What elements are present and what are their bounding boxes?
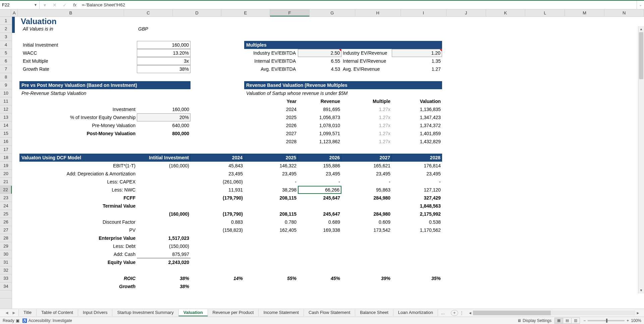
cell[interactable]: Internal EV/Revenue [341,57,392,65]
cell[interactable]: Multiple [341,97,392,105]
cell[interactable]: 1.20 [392,49,442,57]
accessibility-icon[interactable]: ♿ [22,318,27,323]
horizontal-scrollbar[interactable]: ◄ ► [468,311,641,315]
cell[interactable]: 891,695 [298,105,341,113]
cell[interactable]: (158,823) [191,226,244,234]
row-header-6[interactable]: 6 [0,57,12,65]
cell[interactable]: Multiples [244,41,442,49]
cell[interactable]: 13.20% [137,49,191,57]
cell[interactable]: 800,000 [137,129,191,138]
cell[interactable]: Pre-Revenue Startup Valuation [19,89,191,97]
cell[interactable]: 1,848,563 [392,202,442,210]
view-page-layout-button[interactable]: ▤ [563,318,572,324]
formula-dropdown-icon[interactable]: ▾ [40,2,50,8]
cell[interactable]: 2.50 [298,49,341,57]
cell[interactable]: Pre-Money Valuation [19,121,137,129]
row-header-15[interactable]: 15 [0,129,12,138]
cell[interactable]: 1,401,859 [392,129,442,138]
cell[interactable]: 66,266 [298,186,341,194]
row-header-27[interactable]: 27 [0,226,12,234]
cell[interactable]: 23,495 [244,170,298,178]
cell[interactable]: 1,517,023 [137,234,191,242]
cell[interactable]: 35% [392,274,442,282]
cell[interactable]: - [392,178,442,186]
cell[interactable]: Avg. EV/EBITDA [244,65,298,73]
cell[interactable] [12,17,15,33]
cell[interactable]: (150,000) [137,242,191,250]
cell[interactable]: Enterprise Value [19,234,137,242]
cell[interactable]: - [244,178,298,186]
column-header-J[interactable]: J [446,9,486,16]
cell[interactable]: Initial Investment [19,41,137,49]
tabs-overflow[interactable]: ... [438,310,448,315]
cell[interactable]: - [341,178,392,186]
cell[interactable]: 6.55 [298,57,341,65]
row-header-21[interactable]: 21 [0,178,12,186]
name-box[interactable]: F22 ▼ [0,1,40,9]
cell[interactable]: Valuation of Sartup whose revenue is und… [244,89,442,97]
cell[interactable]: 20% [137,113,191,121]
scroll-up-icon[interactable]: ▲ [638,26,644,32]
cell[interactable]: 1,374,372 [392,121,442,129]
column-header-B[interactable]: B [18,9,124,16]
cell[interactable]: 0.780 [244,218,298,226]
cell[interactable]: 23,495 [191,170,244,178]
column-header-D[interactable]: D [173,9,221,16]
column-header-F[interactable]: F [270,9,310,16]
cell[interactable]: EBIT*(1-T) [19,162,137,170]
column-header-N[interactable]: N [604,9,644,16]
cell[interactable]: 1,136,835 [392,105,442,113]
row-header-23[interactable]: 23 [0,194,12,202]
cell[interactable]: 284,980 [341,194,392,202]
cell[interactable]: Avg. EV/Revenue [341,65,392,73]
cell[interactable]: 1.35 [392,57,442,65]
cell[interactable]: Add: Cash [19,250,137,258]
row-header-1[interactable]: 1 [0,17,12,25]
cell-area[interactable]: ValuationAll Values is inGBPInitial Inve… [12,17,644,309]
cell[interactable]: 173,542 [341,226,392,234]
tab-nav-prev-icon[interactable]: ◄ [5,310,9,315]
cell[interactable]: Less: CAPEX [19,178,137,186]
cell[interactable]: 2028 [244,138,298,146]
row-header-16[interactable]: 16 [0,138,12,146]
cell[interactable]: 208,115 [244,194,298,202]
cell[interactable]: Industry EV/EBITDA [244,49,298,57]
cell[interactable]: 0.883 [191,218,244,226]
cell[interactable]: 11,931 [191,186,244,194]
cell[interactable]: 2028 [392,154,442,162]
cell[interactable]: 1.27 [392,65,442,73]
cell[interactable]: Pre vs Post Money Valuation (Based on In… [19,81,191,89]
cell[interactable]: 245,647 [298,194,341,202]
cell[interactable]: 1,432,829 [392,138,442,146]
cell[interactable]: 245,647 [298,210,341,218]
cell[interactable]: Investment [19,105,137,113]
vertical-scrollbar[interactable]: ▲ ▼ [638,26,644,293]
row-header-28[interactable]: 28 [0,234,12,242]
cell[interactable]: 327,429 [392,194,442,202]
cell[interactable]: 3x [137,57,191,65]
cell[interactable]: 1,078,010 [298,121,341,129]
display-settings-icon[interactable]: 🖥 [517,318,521,323]
cell[interactable] [19,210,137,218]
cell[interactable]: Revenue Based Valuation (Revenue Multipl… [244,81,442,89]
cell[interactable]: Intitial Investment [137,154,191,162]
row-header-13[interactable]: 13 [0,113,12,121]
cell[interactable]: 2,243,020 [137,258,191,266]
cell[interactable]: 284,980 [341,210,392,218]
hscroll-left-icon[interactable]: ◄ [468,311,473,315]
cell[interactable]: 176,814 [392,162,442,170]
sheet-tab-revenue-per-product[interactable]: Revenue per Product [208,309,259,316]
row-header-17[interactable]: 17 [0,146,12,154]
sheet-tab-cash-flow-statement[interactable]: Cash Flow Statement [304,309,355,316]
row-header-29[interactable]: 29 [0,242,12,250]
column-header-M[interactable]: M [565,9,604,16]
cell[interactable]: 146,322 [244,162,298,170]
row-header-3[interactable]: 3 [0,33,12,41]
cell[interactable]: 1,123,862 [298,138,341,146]
row-header-4[interactable]: 4 [0,41,12,49]
cell[interactable]: 155,886 [298,162,341,170]
cell[interactable]: 1,056,873 [298,113,341,121]
cell[interactable]: 2024 [244,105,298,113]
sheet-tab-valuation[interactable]: Valuation [178,309,208,316]
name-box-dropdown-icon[interactable]: ▼ [34,3,37,7]
